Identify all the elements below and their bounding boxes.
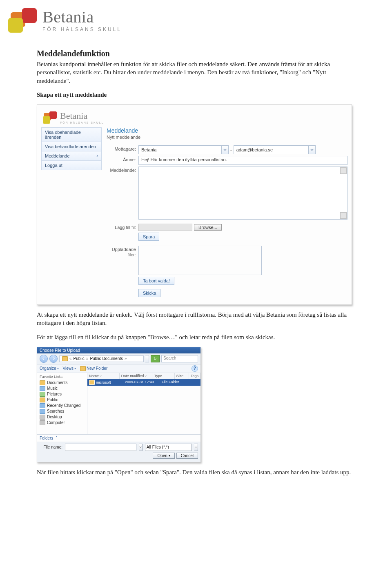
screenshot-file-dialog: Choose File to Upload « Public » Public …: [37, 347, 201, 462]
subject-input[interactable]: Hej! Här kommer den ifyllda personallist…: [138, 156, 347, 165]
create-heading: Skapa ett nytt meddelande: [37, 91, 355, 99]
favlink-recent[interactable]: Recently Changed: [40, 403, 85, 409]
chevron-down-icon[interactable]: [309, 145, 316, 154]
remove-button[interactable]: Ta bort valda!: [138, 277, 174, 285]
cancel-button[interactable]: Cancel: [176, 453, 198, 459]
file-path-field[interactable]: [138, 224, 192, 231]
chevron-down-icon[interactable]: [222, 145, 229, 154]
brand-logo-icon: [8, 8, 37, 33]
organize-button[interactable]: Organize▾: [40, 366, 59, 371]
sidebar-item-handled[interactable]: Visa behandlade ärenden: [41, 142, 102, 151]
message-textarea[interactable]: [138, 167, 347, 220]
sidebar-item-message[interactable]: Meddelande: [41, 151, 102, 161]
after-shot2: När filen hittats klickar man på "Open" …: [37, 468, 355, 476]
folder-icon: [62, 356, 68, 361]
send-button[interactable]: Skicka: [138, 289, 160, 297]
recipient-separator: -: [229, 147, 234, 152]
main-subtitle: Nytt meddelande: [107, 135, 347, 140]
after-shot1-p2: För att lägga till en fil klickar du på …: [37, 333, 355, 341]
file-row-selected[interactable]: microsoft 2009-07-31 17:43 File Folder: [87, 379, 200, 386]
forward-button[interactable]: [49, 355, 58, 363]
favlink-documents[interactable]: Documents: [40, 380, 85, 386]
brand-tagline: FÖR HÄLSANS SKULL: [42, 27, 122, 32]
label-uploaded: Uppladdade filer:: [107, 246, 138, 258]
dialog-title: Choose File to Upload: [40, 348, 80, 353]
filetype-select[interactable]: All Files (*.*): [145, 444, 192, 451]
save-button[interactable]: Spara: [138, 233, 159, 241]
label-filename: File name:: [40, 445, 62, 449]
favlink-music[interactable]: Music: [40, 386, 85, 391]
chevron-down-icon[interactable]: [194, 444, 198, 451]
recipient-company-select[interactable]: Betania: [138, 145, 222, 154]
col-type[interactable]: Type: [152, 373, 174, 379]
col-tags[interactable]: Tags: [189, 373, 200, 379]
chevron-down-icon[interactable]: [145, 355, 149, 362]
favlink-pictures[interactable]: Pictures: [40, 391, 85, 397]
folders-toggle[interactable]: Folders: [40, 436, 53, 440]
help-icon[interactable]: ?: [192, 365, 198, 372]
app-brand-name: Betania: [60, 111, 104, 121]
screenshot-new-message: Betania FÖR HÄLSANS SKULL Visa obehandla…: [37, 104, 352, 305]
label-addfile: Lägg till fil:: [107, 224, 138, 230]
dialog-titlebar: Choose File to Upload: [37, 347, 200, 353]
views-button[interactable]: Views▾: [63, 366, 76, 371]
label-recipient: Mottagare:: [107, 145, 138, 151]
brand-name: Betania: [42, 9, 122, 25]
recipient-email-select[interactable]: adam@betania.se: [234, 145, 309, 154]
label-message: Meddelande:: [107, 167, 138, 173]
col-name[interactable]: Name: [87, 373, 120, 379]
sidebar-item-unhandled[interactable]: Visa obehandlade ärenden: [41, 127, 102, 142]
refresh-button[interactable]: ↻: [151, 355, 160, 362]
app-brand: Betania FÖR HÄLSANS SKULL: [43, 111, 347, 124]
favorites-pane: Favorite Links Documents Music Pictures …: [37, 373, 87, 434]
open-button[interactable]: Open▾: [153, 453, 174, 459]
back-button[interactable]: [40, 355, 48, 363]
file-list[interactable]: Name Date modified Type Size Tags micros…: [87, 373, 200, 434]
col-size[interactable]: Size: [175, 373, 189, 379]
new-folder-button[interactable]: New Folder: [80, 366, 107, 371]
chevron-up-icon[interactable]: ˄: [56, 436, 58, 440]
app-brand-tagline: FÖR HÄLSANS SKULL: [60, 121, 104, 124]
after-shot1-p1: At skapa ett nytt meddelande är enkelt. …: [37, 311, 355, 327]
scroll-down-icon[interactable]: [340, 212, 347, 219]
col-date[interactable]: Date modified: [120, 373, 153, 379]
favlink-desktop[interactable]: Desktop: [40, 414, 85, 420]
scroll-up-icon[interactable]: [340, 167, 347, 174]
intro-paragraph: Betanias kundportal innehåller en funkti…: [37, 60, 355, 85]
favorites-header: Favorite Links: [40, 375, 85, 379]
breadcrumb[interactable]: « Public » Public Documents »: [59, 355, 144, 362]
chevron-down-icon[interactable]: [139, 444, 143, 451]
filename-input[interactable]: [65, 444, 136, 451]
folder-icon: [80, 366, 86, 371]
page-title: Meddelandefunktion: [37, 49, 355, 58]
uploaded-files-list[interactable]: [138, 246, 262, 275]
favlink-computer[interactable]: Computer: [40, 420, 85, 426]
browse-button[interactable]: Browse...: [194, 224, 222, 231]
favlink-searches[interactable]: Searches: [40, 409, 85, 414]
search-input[interactable]: Search: [161, 355, 198, 362]
sidebar: Visa obehandlade ärenden Visa behandlade…: [41, 127, 102, 299]
sidebar-item-logout[interactable]: Logga ut: [41, 161, 102, 170]
main-title: Meddelande: [107, 127, 347, 134]
favlink-public[interactable]: Public: [40, 397, 85, 403]
brand-header: Betania FÖR HÄLSANS SKULL: [8, 8, 355, 33]
label-subject: Ämne:: [107, 156, 138, 162]
